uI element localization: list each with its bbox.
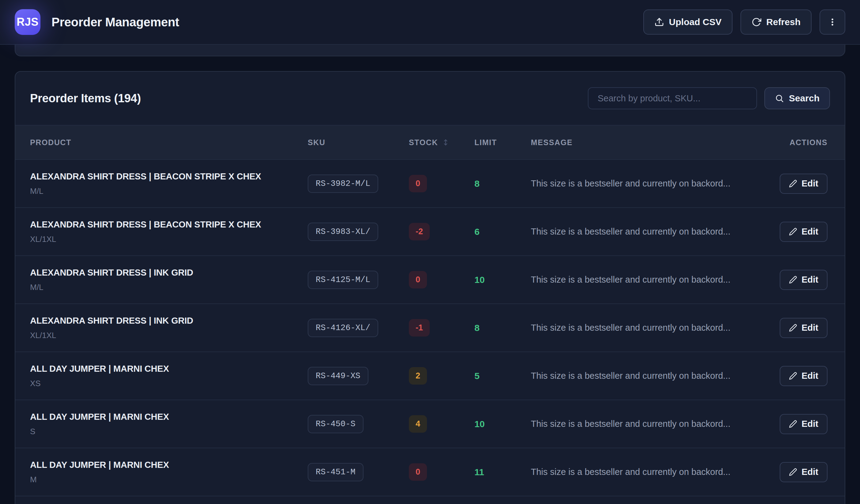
stock-badge: -1 — [409, 319, 430, 337]
product-size: S — [30, 427, 308, 436]
sku-chip: RS-4126-XL/ — [308, 319, 378, 337]
table-row: ALEXANDRA SHIRT DRESS | BEACON STRIPE X … — [15, 160, 845, 208]
table-header-row: PRODUCT SKU STOCK LIMIT MESSAGE ACTIONS — [15, 125, 845, 160]
actions-cell: Edit — [780, 414, 828, 434]
product-size: XS — [30, 379, 308, 388]
search-button[interactable]: Search — [764, 87, 830, 109]
app-logo-text: RJS — [16, 16, 39, 29]
table-row: ALEXANDRA SHIRT DRESS | INK GRID M/L RS-… — [15, 256, 845, 304]
sku-chip: RS-451-M — [308, 463, 363, 481]
upload-csv-label: Upload CSV — [669, 17, 722, 27]
upload-csv-button[interactable]: Upload CSV — [643, 10, 733, 34]
edit-button-label: Edit — [801, 419, 818, 429]
app-logo: RJS — [15, 9, 41, 35]
product-cell: ALEXANDRA SHIRT DRESS | INK GRID M/L — [30, 268, 308, 292]
edit-button[interactable]: Edit — [780, 270, 828, 290]
kebab-icon — [828, 17, 837, 27]
sku-cell: RS-3982-M/L — [308, 175, 409, 193]
product-size: M — [30, 475, 308, 485]
edit-button[interactable]: Edit — [780, 414, 828, 434]
sku-cell: RS-451-M — [308, 463, 409, 481]
column-header-limit: LIMIT — [474, 138, 531, 147]
search-input[interactable] — [588, 87, 757, 109]
pencil-icon — [789, 420, 797, 428]
actions-cell: Edit — [780, 270, 828, 290]
product-cell: ALL DAY JUMPER | MARNI CHEX M — [30, 460, 308, 485]
edit-button[interactable]: Edit — [780, 174, 828, 194]
stock-badge: 2 — [409, 367, 427, 385]
panel-header: Preorder Items (194) Search — [15, 72, 845, 125]
edit-button[interactable]: Edit — [780, 462, 828, 482]
stock-cell: 0 — [409, 463, 474, 481]
limit-value: 10 — [474, 275, 531, 285]
edit-button-label: Edit — [801, 275, 818, 285]
search-icon — [775, 94, 784, 103]
stock-badge: 0 — [409, 175, 427, 192]
partial-next-row — [15, 496, 845, 504]
sku-cell: RS-449-XS — [308, 367, 409, 385]
product-name: ALEXANDRA SHIRT DRESS | INK GRID — [30, 316, 308, 326]
sku-chip: RS-3983-XL/ — [308, 223, 378, 241]
stock-badge: 0 — [409, 463, 427, 481]
stock-cell: 0 — [409, 175, 474, 192]
product-name: ALL DAY JUMPER | MARNI CHEX — [30, 412, 308, 422]
page-title: Preorder Management — [52, 15, 179, 29]
actions-cell: Edit — [780, 318, 828, 338]
stock-cell: 4 — [409, 415, 474, 433]
table-row: ALL DAY JUMPER | MARNI CHEX M RS-451-M 0… — [15, 448, 845, 496]
table-row: ALEXANDRA SHIRT DRESS | INK GRID XL/1XL … — [15, 304, 845, 352]
pencil-icon — [789, 179, 797, 188]
refresh-label: Refresh — [766, 17, 801, 27]
product-cell: ALEXANDRA SHIRT DRESS | BEACON STRIPE X … — [30, 172, 308, 196]
more-options-button[interactable] — [819, 10, 845, 34]
product-name: ALEXANDRA SHIRT DRESS | INK GRID — [30, 268, 308, 278]
message-text: This size is a bestseller and currently … — [531, 323, 782, 333]
message-text: This size is a bestseller and currently … — [531, 467, 782, 477]
column-header-actions: ACTIONS — [789, 138, 828, 147]
edit-button-label: Edit — [801, 323, 818, 333]
app-header: RJS Preorder Management Upload CSV Refre… — [0, 0, 860, 45]
table-row: ALL DAY JUMPER | MARNI CHEX S RS-450-S 4… — [15, 400, 845, 448]
edit-button[interactable]: Edit — [780, 318, 828, 338]
upload-icon — [654, 17, 664, 27]
limit-value: 8 — [474, 323, 531, 333]
stock-cell: 0 — [409, 271, 474, 288]
stock-cell: -2 — [409, 223, 474, 240]
scrolled-card-edge — [15, 45, 845, 56]
message-text: This size is a bestseller and currently … — [531, 178, 782, 189]
panel-title: Preorder Items (194) — [30, 92, 141, 105]
sku-chip: RS-3982-M/L — [308, 175, 378, 193]
message-text: This size is a bestseller and currently … — [531, 419, 782, 429]
edit-button-label: Edit — [801, 178, 818, 189]
sku-cell: RS-4126-XL/ — [308, 319, 409, 337]
sku-chip: RS-4125-M/L — [308, 271, 378, 289]
column-header-stock: STOCK — [409, 138, 474, 147]
sort-stock-icon[interactable] — [442, 138, 449, 146]
actions-cell: Edit — [780, 366, 828, 386]
product-name: ALEXANDRA SHIRT DRESS | BEACON STRIPE X … — [30, 172, 308, 181]
message-text: This size is a bestseller and currently … — [531, 371, 782, 381]
message-text: This size is a bestseller and currently … — [531, 275, 782, 285]
edit-button[interactable]: Edit — [780, 366, 828, 386]
preorder-items-panel: Preorder Items (194) Search PRODUCT SKU … — [15, 71, 845, 504]
column-header-product: PRODUCT — [30, 138, 308, 147]
refresh-icon — [751, 17, 761, 27]
pencil-icon — [789, 227, 797, 236]
table-row: ALEXANDRA SHIRT DRESS | BEACON STRIPE X … — [15, 208, 845, 256]
sku-cell: RS-4125-M/L — [308, 271, 409, 289]
search-button-label: Search — [789, 93, 819, 104]
pencil-icon — [789, 468, 797, 476]
product-size: XL/1XL — [30, 331, 308, 340]
pencil-icon — [789, 372, 797, 380]
product-cell: ALEXANDRA SHIRT DRESS | BEACON STRIPE X … — [30, 220, 308, 244]
product-name: ALEXANDRA SHIRT DRESS | BEACON STRIPE X … — [30, 220, 308, 229]
table-row: ALL DAY JUMPER | MARNI CHEX XS RS-449-XS… — [15, 352, 845, 400]
column-header-sku: SKU — [308, 138, 409, 147]
message-text: This size is a bestseller and currently … — [531, 226, 782, 237]
header-actions: Upload CSV Refresh — [643, 10, 845, 34]
edit-button[interactable]: Edit — [780, 222, 828, 242]
limit-value: 8 — [474, 178, 531, 189]
refresh-button[interactable]: Refresh — [741, 10, 812, 34]
stock-badge: 4 — [409, 415, 427, 433]
limit-value: 11 — [474, 467, 531, 477]
